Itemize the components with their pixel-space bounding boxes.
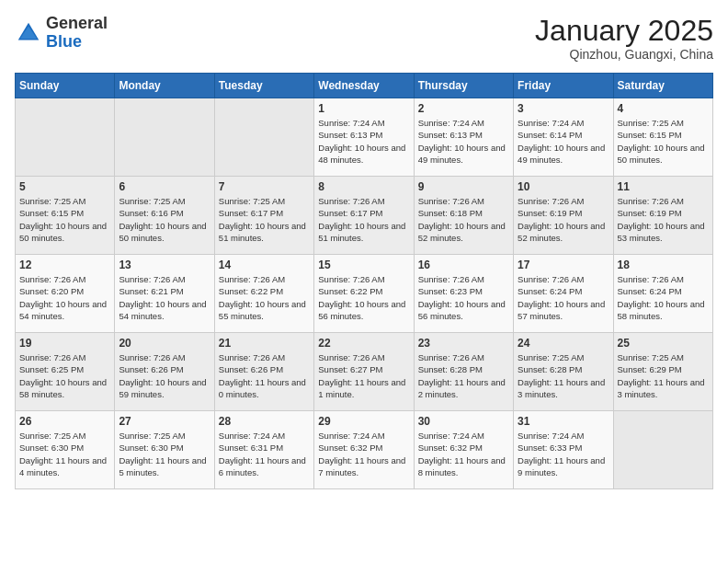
weekday-header: Thursday xyxy=(414,74,513,98)
day-number: 23 xyxy=(418,337,509,350)
calendar-cell: 22Sunrise: 7:26 AMSunset: 6:27 PMDayligh… xyxy=(314,333,414,411)
day-number: 30 xyxy=(418,415,509,428)
day-info: Sunrise: 7:25 AMSunset: 6:28 PMDaylight:… xyxy=(518,351,609,400)
calendar-cell xyxy=(613,411,712,489)
day-number: 2 xyxy=(418,102,509,115)
day-info: Sunrise: 7:25 AMSunset: 6:17 PMDaylight:… xyxy=(219,195,310,244)
day-number: 25 xyxy=(618,337,709,350)
day-info: Sunrise: 7:24 AMSunset: 6:33 PMDaylight:… xyxy=(518,430,609,478)
day-number: 3 xyxy=(518,102,609,115)
day-info: Sunrise: 7:26 AMSunset: 6:24 PMDaylight:… xyxy=(618,273,709,322)
day-info: Sunrise: 7:25 AMSunset: 6:15 PMDaylight:… xyxy=(19,195,110,244)
calendar-cell xyxy=(214,98,313,177)
month-title: January 2025 xyxy=(535,15,713,47)
calendar-cell: 1Sunrise: 7:24 AMSunset: 6:13 PMDaylight… xyxy=(314,98,414,177)
day-info: Sunrise: 7:24 AMSunset: 6:31 PMDaylight:… xyxy=(219,430,310,478)
day-number: 9 xyxy=(418,180,509,193)
weekday-header: Tuesday xyxy=(214,74,313,98)
calendar-cell: 26Sunrise: 7:25 AMSunset: 6:30 PMDayligh… xyxy=(16,411,115,489)
day-number: 18 xyxy=(618,259,709,271)
day-number: 1 xyxy=(318,102,409,115)
day-info: Sunrise: 7:26 AMSunset: 6:22 PMDaylight:… xyxy=(318,273,409,322)
calendar-cell: 31Sunrise: 7:24 AMSunset: 6:33 PMDayligh… xyxy=(514,411,613,489)
calendar-cell: 18Sunrise: 7:26 AMSunset: 6:24 PMDayligh… xyxy=(613,255,712,333)
calendar-cell: 12Sunrise: 7:26 AMSunset: 6:20 PMDayligh… xyxy=(16,255,115,333)
day-number: 10 xyxy=(518,180,609,193)
calendar-cell: 6Sunrise: 7:25 AMSunset: 6:16 PMDaylight… xyxy=(115,177,214,255)
day-info: Sunrise: 7:26 AMSunset: 6:19 PMDaylight:… xyxy=(618,195,709,244)
day-number: 15 xyxy=(318,259,409,271)
logo: General Blue xyxy=(15,15,108,52)
day-info: Sunrise: 7:24 AMSunset: 6:13 PMDaylight:… xyxy=(418,117,509,166)
day-info: Sunrise: 7:26 AMSunset: 6:26 PMDaylight:… xyxy=(119,351,210,400)
day-info: Sunrise: 7:26 AMSunset: 6:26 PMDaylight:… xyxy=(219,351,310,400)
day-info: Sunrise: 7:26 AMSunset: 6:21 PMDaylight:… xyxy=(119,273,210,322)
calendar-cell: 25Sunrise: 7:25 AMSunset: 6:29 PMDayligh… xyxy=(613,333,712,411)
calendar-cell: 10Sunrise: 7:26 AMSunset: 6:19 PMDayligh… xyxy=(514,177,613,255)
day-info: Sunrise: 7:25 AMSunset: 6:16 PMDaylight:… xyxy=(119,195,210,244)
day-number: 20 xyxy=(119,337,210,350)
calendar-week-row: 26Sunrise: 7:25 AMSunset: 6:30 PMDayligh… xyxy=(16,411,713,489)
page-header: General Blue January 2025 Qinzhou, Guang… xyxy=(15,15,713,62)
day-info: Sunrise: 7:25 AMSunset: 6:30 PMDaylight:… xyxy=(19,430,110,478)
title-area: January 2025 Qinzhou, Guangxi, China xyxy=(535,15,713,62)
calendar-cell: 2Sunrise: 7:24 AMSunset: 6:13 PMDaylight… xyxy=(414,98,513,177)
calendar-cell: 24Sunrise: 7:25 AMSunset: 6:28 PMDayligh… xyxy=(514,333,613,411)
calendar-cell: 29Sunrise: 7:24 AMSunset: 6:32 PMDayligh… xyxy=(314,411,414,489)
calendar-cell: 9Sunrise: 7:26 AMSunset: 6:18 PMDaylight… xyxy=(414,177,513,255)
calendar-cell: 15Sunrise: 7:26 AMSunset: 6:22 PMDayligh… xyxy=(314,255,414,333)
day-number: 16 xyxy=(418,259,509,271)
day-number: 11 xyxy=(618,180,709,193)
day-info: Sunrise: 7:26 AMSunset: 6:25 PMDaylight:… xyxy=(19,351,110,400)
calendar-cell: 23Sunrise: 7:26 AMSunset: 6:28 PMDayligh… xyxy=(414,333,513,411)
day-number: 14 xyxy=(219,259,310,271)
weekday-header: Wednesday xyxy=(314,74,414,98)
day-number: 21 xyxy=(219,337,310,350)
calendar-cell: 4Sunrise: 7:25 AMSunset: 6:15 PMDaylight… xyxy=(613,98,712,177)
calendar-cell: 28Sunrise: 7:24 AMSunset: 6:31 PMDayligh… xyxy=(214,411,313,489)
day-info: Sunrise: 7:26 AMSunset: 6:17 PMDaylight:… xyxy=(318,195,409,244)
weekday-header: Saturday xyxy=(613,74,712,98)
day-number: 19 xyxy=(19,337,110,350)
day-info: Sunrise: 7:24 AMSunset: 6:13 PMDaylight:… xyxy=(318,117,409,166)
day-number: 28 xyxy=(219,415,310,428)
calendar-cell: 27Sunrise: 7:25 AMSunset: 6:30 PMDayligh… xyxy=(115,411,214,489)
day-info: Sunrise: 7:26 AMSunset: 6:24 PMDaylight:… xyxy=(518,273,609,322)
day-number: 27 xyxy=(119,415,210,428)
day-info: Sunrise: 7:24 AMSunset: 6:14 PMDaylight:… xyxy=(518,117,609,166)
logo-blue: Blue xyxy=(46,33,108,52)
day-info: Sunrise: 7:26 AMSunset: 6:23 PMDaylight:… xyxy=(418,273,509,322)
day-info: Sunrise: 7:26 AMSunset: 6:20 PMDaylight:… xyxy=(19,273,110,322)
calendar-cell: 20Sunrise: 7:26 AMSunset: 6:26 PMDayligh… xyxy=(115,333,214,411)
day-number: 8 xyxy=(318,180,409,193)
logo-general: General xyxy=(46,15,108,33)
calendar-cell: 14Sunrise: 7:26 AMSunset: 6:22 PMDayligh… xyxy=(214,255,313,333)
day-info: Sunrise: 7:24 AMSunset: 6:32 PMDaylight:… xyxy=(318,430,409,478)
weekday-header: Monday xyxy=(115,74,214,98)
day-info: Sunrise: 7:25 AMSunset: 6:30 PMDaylight:… xyxy=(119,430,210,478)
day-info: Sunrise: 7:24 AMSunset: 6:32 PMDaylight:… xyxy=(418,430,509,478)
calendar-cell: 5Sunrise: 7:25 AMSunset: 6:15 PMDaylight… xyxy=(16,177,115,255)
calendar-week-row: 1Sunrise: 7:24 AMSunset: 6:13 PMDaylight… xyxy=(16,98,713,177)
day-number: 17 xyxy=(518,259,609,271)
day-number: 6 xyxy=(119,180,210,193)
logo-text: General Blue xyxy=(46,15,108,52)
calendar-cell: 8Sunrise: 7:26 AMSunset: 6:17 PMDaylight… xyxy=(314,177,414,255)
calendar-table: SundayMondayTuesdayWednesdayThursdayFrid… xyxy=(15,73,713,489)
calendar-cell: 30Sunrise: 7:24 AMSunset: 6:32 PMDayligh… xyxy=(414,411,513,489)
weekday-header: Friday xyxy=(514,74,613,98)
day-number: 7 xyxy=(219,180,310,193)
calendar-week-row: 19Sunrise: 7:26 AMSunset: 6:25 PMDayligh… xyxy=(16,333,713,411)
calendar-cell: 11Sunrise: 7:26 AMSunset: 6:19 PMDayligh… xyxy=(613,177,712,255)
weekday-header-row: SundayMondayTuesdayWednesdayThursdayFrid… xyxy=(16,74,713,98)
day-number: 29 xyxy=(318,415,409,428)
day-info: Sunrise: 7:25 AMSunset: 6:15 PMDaylight:… xyxy=(618,117,709,166)
calendar-cell: 3Sunrise: 7:24 AMSunset: 6:14 PMDaylight… xyxy=(514,98,613,177)
calendar-cell: 16Sunrise: 7:26 AMSunset: 6:23 PMDayligh… xyxy=(414,255,513,333)
day-info: Sunrise: 7:26 AMSunset: 6:27 PMDaylight:… xyxy=(318,351,409,400)
day-number: 31 xyxy=(518,415,609,428)
calendar-week-row: 12Sunrise: 7:26 AMSunset: 6:20 PMDayligh… xyxy=(16,255,713,333)
day-number: 24 xyxy=(518,337,609,350)
calendar-cell: 21Sunrise: 7:26 AMSunset: 6:26 PMDayligh… xyxy=(214,333,313,411)
weekday-header: Sunday xyxy=(16,74,115,98)
